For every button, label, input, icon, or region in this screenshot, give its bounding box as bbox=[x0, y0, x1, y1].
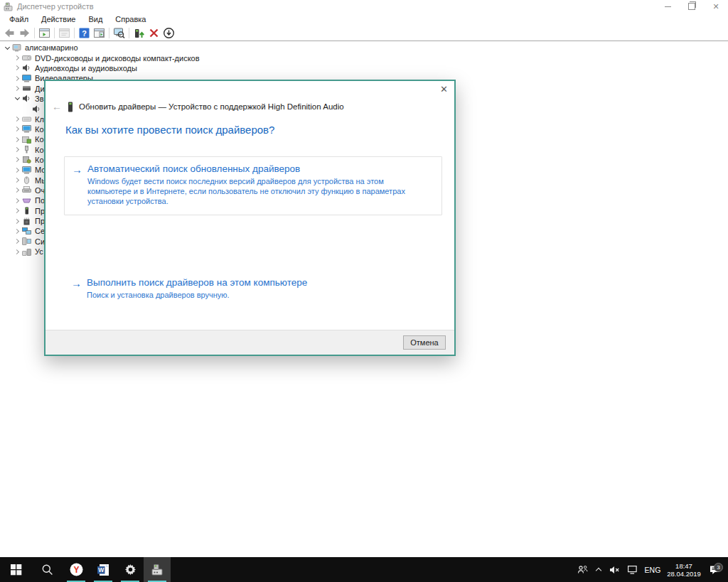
monitor-icon bbox=[22, 125, 31, 133]
arrow-right-icon: → bbox=[71, 277, 87, 300]
toolbar-separator bbox=[54, 28, 55, 38]
chevron-down-icon[interactable] bbox=[13, 97, 21, 99]
chevron-right-icon[interactable] bbox=[13, 77, 21, 80]
minimize-icon bbox=[665, 6, 671, 7]
monitor-icon bbox=[22, 166, 31, 174]
toolbar-separator bbox=[129, 28, 129, 38]
volume-button[interactable] bbox=[606, 566, 623, 574]
yandex-browser-taskbar-button[interactable]: Y bbox=[63, 557, 90, 582]
menu-item[interactable]: Справка bbox=[109, 14, 152, 25]
dialog-footer: Отмена bbox=[46, 330, 454, 355]
chevron-right-icon[interactable] bbox=[13, 56, 21, 60]
chevron-right-icon[interactable] bbox=[13, 239, 21, 243]
cpu-icon bbox=[22, 217, 31, 225]
tree-item-label: Кл bbox=[34, 115, 44, 124]
toolbar-separator bbox=[109, 28, 109, 38]
tree-item-label: DVD-дисководы и дисководы компакт-дисков bbox=[34, 54, 200, 63]
close-icon: ✕ bbox=[712, 3, 719, 11]
tree-item-label: Се bbox=[34, 227, 45, 235]
people-button[interactable] bbox=[573, 565, 592, 574]
device-manager-taskbar-button[interactable] bbox=[144, 557, 171, 582]
network-button[interactable] bbox=[623, 565, 641, 574]
people-icon bbox=[577, 565, 588, 574]
computer-icon bbox=[12, 44, 21, 52]
uninstall-icon[interactable] bbox=[146, 26, 161, 40]
word-taskbar-button[interactable]: W bbox=[90, 557, 117, 582]
mouse-icon bbox=[22, 176, 31, 184]
chevron-down-icon[interactable] bbox=[3, 47, 11, 49]
chevron-right-icon[interactable] bbox=[13, 168, 21, 172]
scan-hardware-icon[interactable] bbox=[112, 26, 127, 40]
window-title: Диспетчер устройств bbox=[17, 2, 94, 11]
chevron-right-icon[interactable] bbox=[13, 87, 21, 90]
chevron-right-icon[interactable] bbox=[13, 250, 21, 254]
volume-muted-icon bbox=[609, 566, 620, 574]
tree-item-label: Ди bbox=[34, 85, 45, 93]
tree-item-label: Си bbox=[34, 237, 45, 246]
tree-item[interactable]: DVD-дисководы и дисководы компакт-дисков bbox=[0, 53, 728, 63]
tree-item-label: Ко bbox=[34, 156, 44, 164]
device-manager-icon bbox=[151, 563, 164, 576]
back-icon[interactable] bbox=[2, 26, 17, 40]
chevron-right-icon[interactable] bbox=[13, 138, 21, 141]
tree-item-label: Аудиовходы и аудиовыходы bbox=[34, 64, 137, 72]
option-title: Выполнить поиск драйверов на этом компью… bbox=[87, 277, 307, 288]
update-driver-icon[interactable] bbox=[132, 26, 146, 40]
forward-icon[interactable] bbox=[17, 26, 32, 40]
disk-icon bbox=[22, 85, 31, 92]
disable-icon[interactable] bbox=[161, 26, 176, 40]
tree-item-label: Ус bbox=[34, 247, 43, 256]
chevron-right-icon[interactable] bbox=[13, 127, 21, 131]
close-button[interactable]: ✕ bbox=[704, 0, 728, 13]
chevron-right-icon[interactable] bbox=[13, 199, 21, 203]
tray-expand-button[interactable] bbox=[592, 566, 606, 573]
dialog-back-icon[interactable]: ← bbox=[48, 101, 65, 112]
option-browse-computer[interactable]: →Выполнить поиск драйверов на этом компь… bbox=[64, 277, 442, 300]
tree-item-label: Зв bbox=[34, 95, 44, 103]
dialog-option-manual-container: →Выполнить поиск драйверов на этом компь… bbox=[64, 277, 442, 300]
dialog-close-icon[interactable]: ✕ bbox=[440, 85, 448, 94]
clock-time: 18:47 bbox=[667, 562, 701, 570]
dialog-header: ← Обновить драйверы — Устройство с подде… bbox=[48, 101, 344, 112]
chevron-right-icon[interactable] bbox=[13, 158, 21, 161]
tree-item[interactable]: Аудиовходы и аудиовыходы bbox=[0, 63, 728, 73]
menu-item[interactable]: Файл bbox=[3, 14, 35, 25]
word-icon: W bbox=[97, 564, 109, 576]
menu-item[interactable]: Действие bbox=[35, 14, 82, 25]
chevron-right-icon[interactable] bbox=[13, 117, 21, 121]
tree-item-label: Пр bbox=[34, 207, 45, 215]
option-body: Автоматический поиск обновленных драйвер… bbox=[87, 163, 420, 206]
action-center-button[interactable]: 3 bbox=[704, 565, 725, 575]
tree-item-label: По bbox=[34, 196, 45, 205]
option-description: Windows будет вести поиск последних верс… bbox=[87, 176, 420, 206]
chevron-right-icon[interactable] bbox=[13, 209, 21, 212]
restore-button[interactable] bbox=[680, 0, 704, 13]
settings-taskbar-button[interactable] bbox=[117, 557, 144, 582]
minimize-button[interactable] bbox=[655, 0, 680, 13]
cancel-button[interactable]: Отмена bbox=[403, 335, 446, 350]
chevron-right-icon[interactable] bbox=[13, 220, 21, 223]
chevron-right-icon[interactable] bbox=[13, 66, 21, 70]
help-icon[interactable]: ? bbox=[77, 26, 92, 40]
chevron-right-icon[interactable] bbox=[13, 188, 21, 192]
tree-item[interactable]: алисанмарино bbox=[0, 43, 728, 53]
usb-icon bbox=[22, 146, 31, 153]
properties-icon[interactable] bbox=[57, 26, 72, 40]
toolbar-separator bbox=[74, 28, 75, 38]
menu-item[interactable]: Вид bbox=[82, 14, 109, 25]
speaker-icon bbox=[22, 95, 31, 102]
display-icon bbox=[22, 75, 31, 82]
clock[interactable]: 18:47 28.04.2019 bbox=[664, 562, 704, 578]
chevron-right-icon[interactable] bbox=[13, 148, 21, 151]
language-indicator[interactable]: ENG bbox=[641, 566, 664, 574]
option-search-automatically[interactable]: →Автоматический поиск обновленных драйве… bbox=[64, 156, 442, 215]
port-icon bbox=[22, 197, 31, 205]
chevron-right-icon[interactable] bbox=[13, 178, 21, 182]
search-icon bbox=[41, 564, 53, 576]
chevron-right-icon[interactable] bbox=[13, 230, 21, 233]
action-pane-icon[interactable] bbox=[92, 26, 107, 40]
gear-icon bbox=[124, 564, 136, 576]
console-window-icon[interactable] bbox=[37, 26, 52, 40]
start-taskbar-button[interactable] bbox=[0, 557, 31, 582]
search-taskbar-button[interactable] bbox=[31, 557, 63, 582]
